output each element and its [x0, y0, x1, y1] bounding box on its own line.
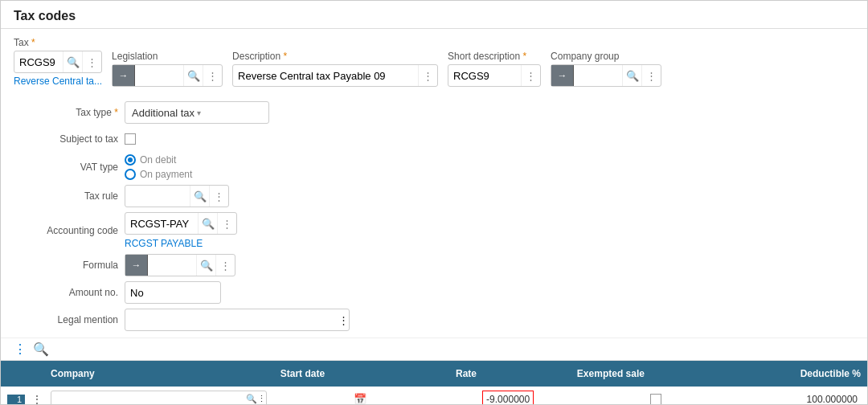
tax-codes-page: Tax codes Tax * 🔍 ⋮ Reverse Central ta..…	[0, 0, 868, 405]
legal-mention-label: Legal mention	[14, 314, 118, 325]
accounting-code-more-icon[interactable]: ⋮	[217, 213, 236, 234]
row1-num: 1	[7, 395, 25, 404]
accounting-code-label: Accounting code	[14, 225, 118, 236]
legal-mention-input-row[interactable]: ⋮	[125, 309, 350, 331]
tax-rule-more-icon[interactable]: ⋮	[209, 186, 228, 207]
table-header: Company Start date Rate Exempted sale De…	[1, 361, 867, 387]
description-input-row[interactable]: ⋮	[232, 64, 438, 87]
vat-on-payment-label: On payment	[140, 169, 192, 180]
tax-label: Tax *	[14, 37, 102, 48]
row1-company-more-icon[interactable]: ⋮	[257, 394, 266, 404]
description-input[interactable]	[233, 70, 418, 82]
subject-to-tax-row: Subject to tax	[14, 129, 854, 149]
row1-deductible-value: 100.000000	[743, 394, 867, 405]
amount-no-control[interactable]	[125, 281, 221, 304]
legislation-arrow-icon[interactable]: →	[113, 65, 135, 86]
toolbar-dots-icon[interactable]: ⋮	[14, 342, 27, 357]
formula-search-icon[interactable]: 🔍	[196, 255, 215, 276]
formula-label: Formula	[14, 260, 118, 271]
legal-mention-more-icon[interactable]: ⋮	[338, 314, 349, 326]
accounting-code-link[interactable]: RCGST PAYABLE	[125, 238, 203, 249]
row1-company: 🔍 ⋮	[44, 391, 273, 406]
tax-rule-control[interactable]: 🔍 ⋮	[125, 185, 229, 207]
table-row: 1 ⋮ 🔍 ⋮ 📅 -9.000000 100.000000	[1, 387, 867, 405]
short-description-field-group: Short description * ⋮	[448, 51, 541, 87]
row1-company-input[interactable]	[51, 394, 246, 405]
vat-on-debit-radio[interactable]	[125, 154, 136, 166]
accounting-code-row: Accounting code 🔍 ⋮ RCGST PAYABLE	[14, 212, 854, 249]
company-group-search-icon[interactable]: 🔍	[622, 65, 641, 86]
row1-exempted-sale[interactable]	[568, 394, 743, 405]
row1-company-search-icon[interactable]: 🔍	[246, 394, 257, 404]
formula-input[interactable]	[148, 260, 196, 272]
company-group-arrow-icon[interactable]: →	[551, 65, 574, 86]
tax-input[interactable]	[14, 56, 63, 68]
col-header-start-date: Start date	[274, 368, 449, 379]
company-group-input[interactable]	[574, 70, 622, 82]
formula-arrow-icon[interactable]: →	[125, 255, 148, 276]
legislation-search-icon[interactable]: 🔍	[183, 65, 203, 86]
vat-on-debit-item[interactable]: On debit	[125, 154, 192, 166]
row1-exempted-checkbox[interactable]	[650, 394, 661, 405]
tax-more-icon[interactable]: ⋮	[82, 51, 101, 72]
row1-options-icon[interactable]: ⋮	[31, 393, 43, 406]
short-description-input[interactable]	[448, 70, 521, 82]
tax-type-chevron-icon: ▾	[197, 108, 262, 117]
row1-start-date[interactable]: 📅	[273, 393, 448, 405]
formula-input-row[interactable]: → 🔍 ⋮	[125, 254, 235, 276]
table-container: Company Start date Rate Exempted sale De…	[1, 360, 867, 405]
tax-type-value: Additional tax	[132, 107, 197, 119]
amount-no-label: Amount no.	[14, 287, 118, 298]
short-description-input-row[interactable]: ⋮	[448, 64, 541, 87]
formula-control[interactable]: → 🔍 ⋮	[125, 254, 235, 276]
amount-no-input[interactable]	[125, 281, 221, 304]
vat-type-label: VAT type	[14, 162, 118, 173]
accounting-code-input-row[interactable]: 🔍 ⋮	[125, 212, 237, 235]
vat-type-control: On debit On payment	[125, 154, 192, 180]
accounting-code-control: 🔍 ⋮ RCGST PAYABLE	[125, 212, 237, 249]
tax-rule-input[interactable]	[125, 190, 190, 202]
legislation-input[interactable]	[135, 70, 183, 82]
legal-mention-input[interactable]	[125, 314, 338, 326]
tax-search-icon[interactable]: 🔍	[63, 51, 82, 72]
legal-mention-row: Legal mention ⋮	[14, 309, 854, 331]
row1-options[interactable]: ⋮	[25, 393, 44, 406]
vat-on-payment-radio[interactable]	[125, 169, 136, 180]
toolbar-search-icon[interactable]: 🔍	[33, 342, 49, 357]
row1-rate-value[interactable]: -9.000000	[482, 391, 534, 406]
tax-type-control[interactable]: Additional tax ▾	[125, 101, 269, 124]
tax-rule-search-icon[interactable]: 🔍	[190, 186, 209, 207]
row1-calendar-icon[interactable]: 📅	[354, 393, 366, 405]
tax-type-select[interactable]: Additional tax ▾	[125, 101, 269, 124]
accounting-code-input[interactable]	[125, 218, 198, 230]
company-group-input-row[interactable]: → 🔍 ⋮	[551, 64, 661, 87]
subject-to-tax-checkbox[interactable]	[125, 133, 136, 145]
legislation-more-icon[interactable]: ⋮	[203, 65, 222, 86]
legal-mention-control[interactable]: ⋮	[125, 309, 350, 331]
accounting-code-search-icon[interactable]: 🔍	[198, 213, 217, 234]
tax-rule-label: Tax rule	[14, 190, 118, 202]
short-description-label: Short description *	[448, 51, 541, 62]
col-header-rate: Rate	[449, 368, 571, 379]
subject-to-tax-control[interactable]	[125, 133, 136, 145]
description-more-icon[interactable]: ⋮	[418, 65, 437, 86]
legislation-field-group: Legislation → 🔍 ⋮	[112, 51, 223, 87]
vat-on-payment-item[interactable]: On payment	[125, 169, 192, 180]
company-group-more-icon[interactable]: ⋮	[641, 65, 661, 86]
col-header-company: Company	[44, 368, 274, 379]
company-group-label: Company group	[551, 51, 661, 62]
legislation-input-row[interactable]: → 🔍 ⋮	[112, 64, 223, 87]
tax-type-row: Tax type * Additional tax ▾	[14, 101, 854, 124]
tax-rule-input-row[interactable]: 🔍 ⋮	[125, 185, 229, 207]
tax-rule-row: Tax rule 🔍 ⋮	[14, 185, 854, 207]
tax-link[interactable]: Reverse Central ta...	[14, 76, 102, 87]
description-field-group: Description * ⋮	[232, 51, 438, 87]
row1-company-input-row[interactable]: 🔍 ⋮	[51, 391, 267, 406]
formula-more-icon[interactable]: ⋮	[215, 255, 235, 276]
tax-type-label: Tax type *	[14, 107, 118, 118]
page-header: Tax codes	[1, 1, 867, 29]
col-header-exempted-sale: Exempted sale	[571, 368, 746, 379]
tax-input-row[interactable]: 🔍 ⋮	[14, 51, 102, 73]
short-description-more-icon[interactable]: ⋮	[521, 65, 540, 86]
row1-num-cell: 1	[1, 395, 25, 404]
